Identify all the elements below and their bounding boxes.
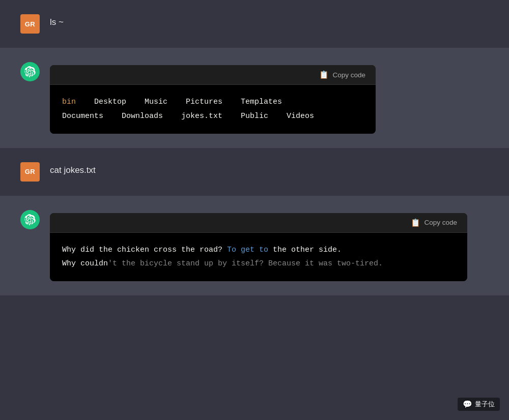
user-message-1: GR ls ~: [0, 0, 509, 48]
watermark-label: 量子位: [475, 400, 495, 409]
code-block-header-1: 📋 Copy code: [50, 65, 376, 85]
openai-icon-2: [24, 214, 36, 225]
assistant-avatar-1: [20, 62, 40, 81]
user-message-content-2: cat jokes.txt: [50, 162, 489, 175]
chat-container: GR ls ~ 📋 Copy code bin: [0, 0, 509, 295]
user-text-1: ls ~: [50, 17, 64, 27]
assistant-message-1: 📋 Copy code bin Desktop Music Pictures T…: [0, 48, 509, 148]
assistant-message-content-1: 📋 Copy code bin Desktop Music Pictures T…: [50, 62, 489, 134]
user-message-2: GR cat jokes.txt: [0, 148, 509, 196]
copy-button-2[interactable]: 📋 Copy code: [409, 217, 459, 228]
code-line-1: bin Desktop Music Pictures Templates: [62, 95, 363, 109]
assistant-message-content-2: 📋 Copy code Why did the chicken cross th…: [50, 210, 489, 282]
user-avatar-2: GR: [20, 162, 40, 182]
assistant-avatar-2: [20, 210, 40, 229]
user-message-content-1: ls ~: [50, 14, 489, 27]
copy-button-1[interactable]: 📋 Copy code: [317, 69, 367, 80]
code-block-body-1: bin Desktop Music Pictures Templates Doc…: [50, 85, 376, 134]
user-text-2: cat jokes.txt: [50, 165, 96, 175]
user-avatar-1: GR: [20, 14, 40, 34]
openai-icon: [24, 66, 36, 77]
code-line-2: Documents Downloads jokes.txt Public Vid…: [62, 109, 363, 124]
code-block-2: 📋 Copy code Why did the chicken cross th…: [50, 213, 467, 282]
code-block-header-2: 📋 Copy code: [50, 213, 467, 233]
code-block-1: 📋 Copy code bin Desktop Music Pictures T…: [50, 65, 376, 134]
clipboard-icon-2: 📋: [411, 218, 420, 227]
joke-line-1: Why did the chicken cross the road? To g…: [62, 243, 455, 257]
wechat-icon: 💬: [463, 400, 472, 409]
clipboard-icon-1: 📋: [319, 70, 329, 79]
joke-line-2: Why couldn't the bicycle stand up by its…: [62, 257, 455, 271]
code-block-body-2: Why did the chicken cross the road? To g…: [50, 233, 467, 282]
assistant-message-2: 📋 Copy code Why did the chicken cross th…: [0, 196, 509, 296]
watermark: 💬 量子位: [458, 398, 500, 411]
token-bin: bin: [62, 95, 76, 109]
